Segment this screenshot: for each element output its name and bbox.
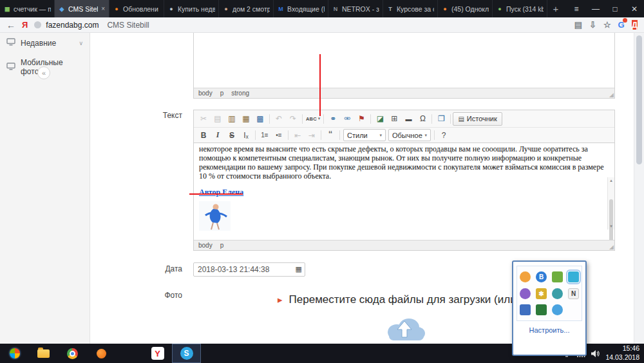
scroll-up-icon[interactable]: ▴	[608, 178, 614, 183]
new-tab-button[interactable]: +	[547, 0, 564, 17]
source-button[interactable]: ▤ Источник	[453, 112, 502, 126]
bookmark-star-icon[interactable]: ☆	[603, 20, 611, 30]
close-window-button[interactable]: ✕	[625, 0, 644, 17]
resize-grip-icon[interactable]: ◢	[609, 92, 614, 98]
table-button[interactable]: ⊞	[387, 112, 401, 125]
calendar-icon[interactable]: ▦	[296, 265, 302, 273]
paste-button[interactable]: ▥	[225, 112, 239, 125]
page-scrollbar-thumb[interactable]	[636, 35, 642, 164]
maximize-button[interactable]: ❐	[434, 112, 448, 125]
browser-tab[interactable]: Т Курсове за с	[383, 0, 438, 17]
browser-tab[interactable]: ● Пуск (314 kb	[493, 0, 547, 17]
browser-tab[interactable]: ● Купить недв	[164, 0, 219, 17]
file-explorer-button[interactable]	[29, 344, 58, 363]
page-scrollbar[interactable]	[634, 33, 644, 344]
maximize-window-button[interactable]: □	[605, 0, 625, 17]
tray-icon[interactable]	[520, 288, 531, 299]
toolbar-separator	[255, 130, 256, 140]
unlink-button[interactable]: ⚮	[340, 112, 354, 125]
tray-customize-link[interactable]: Настроить...	[513, 326, 585, 334]
taskbar-clock[interactable]: 15:46 14.03.2018	[605, 344, 639, 362]
tray-icon[interactable]	[520, 271, 531, 282]
url-box[interactable]: fazendabg.com CMS Sitebill	[34, 21, 149, 30]
browser-tab[interactable]: N NETROX - за	[328, 0, 383, 17]
image-button[interactable]: ◪	[373, 112, 387, 125]
browser-tab[interactable]: ▦ счетчик — п	[0, 0, 55, 17]
browser-tab[interactable]: ◆ CMS Sitebil ×	[55, 0, 109, 17]
browser-menu-icon[interactable]: ≡	[567, 0, 586, 17]
scrollbar-thumb[interactable]	[609, 199, 613, 240]
sidebar-collapse-button[interactable]: «	[37, 66, 50, 79]
download-icon[interactable]: ⇩	[589, 20, 596, 30]
bold-button[interactable]: B	[196, 129, 211, 142]
link-button[interactable]: ⚭	[326, 112, 340, 125]
yandex-logo-button[interactable]: Я	[22, 20, 28, 30]
numbered-list-button[interactable]: 1≡	[258, 129, 272, 142]
tray-icon[interactable]	[520, 304, 531, 315]
element-path-item[interactable]: strong	[231, 90, 249, 97]
copy-button[interactable]: ▤	[211, 112, 225, 125]
redo-button[interactable]: ↷	[286, 112, 300, 125]
tray-icon[interactable]	[552, 304, 563, 315]
browser-tab[interactable]: ● дом 2 смотр	[219, 0, 274, 17]
chrome-button[interactable]	[58, 344, 87, 363]
blockquote-button[interactable]: “	[323, 129, 337, 142]
toolbar-separator	[434, 130, 435, 140]
chrome-icon	[67, 348, 78, 359]
app-button-orange[interactable]	[87, 344, 116, 363]
tab-close-icon[interactable]: ×	[100, 5, 106, 12]
remove-format-button[interactable]: Iₓ	[239, 129, 253, 142]
tray-icon[interactable]: ✱	[536, 288, 547, 299]
scroll-down-icon[interactable]: ▾	[608, 224, 614, 229]
horizontal-rule-button[interactable]: ▬	[401, 112, 415, 125]
editor-scrollbar[interactable]: ▴ ▾	[607, 177, 614, 230]
element-path-item[interactable]: body	[198, 242, 213, 249]
paste-text-button[interactable]: ▦	[239, 112, 253, 125]
editor-content[interactable]: некоторое время вы выясните что есть скр…	[194, 144, 614, 240]
toolbar-separator	[370, 114, 371, 124]
tray-icon[interactable]	[552, 288, 563, 299]
date-input[interactable]	[193, 262, 305, 277]
extension-d-icon[interactable]: Д	[632, 20, 638, 30]
photo-field-label: Фото	[129, 291, 182, 300]
author-link[interactable]: Автор Елена	[199, 188, 243, 197]
panel-icon[interactable]: ▤	[574, 20, 582, 30]
tray-icon[interactable]	[568, 271, 579, 282]
element-path-item[interactable]: p	[220, 242, 224, 249]
editor-above[interactable]: bodypstrong ◢	[193, 32, 615, 99]
styles-dropdown[interactable]: Стили ▾	[343, 129, 386, 141]
paste-word-button[interactable]: ▩	[253, 112, 267, 125]
anchor-button[interactable]: ⚑	[354, 112, 368, 125]
start-button[interactable]	[0, 344, 29, 363]
yandex-browser-button[interactable]: Y	[143, 344, 172, 363]
tab-label: Входящие (Б	[287, 5, 325, 13]
tray-icon[interactable]: N	[568, 288, 579, 299]
italic-button[interactable]: I	[211, 129, 225, 142]
undo-button[interactable]: ↶	[272, 112, 286, 125]
extension-g-icon[interactable]: G	[618, 20, 625, 30]
browser-tab[interactable]: М Входящие (Б	[274, 0, 328, 17]
tray-icon[interactable]	[552, 271, 563, 282]
browser-tab[interactable]: ● (45) Однокл	[438, 0, 493, 17]
tray-icon[interactable]: B	[536, 271, 547, 282]
about-button[interactable]: ?	[437, 129, 451, 142]
resize-grip-icon[interactable]: ◢	[609, 244, 614, 250]
strike-button[interactable]: S	[225, 129, 239, 142]
inline-image[interactable]	[199, 201, 231, 231]
minimize-button[interactable]: —	[586, 0, 605, 17]
bullet-list-button[interactable]: •≡	[272, 129, 286, 142]
skype-button[interactable]: S	[172, 344, 201, 363]
clock-date: 14.03.2018	[605, 353, 639, 362]
indent-button[interactable]: ⇥	[305, 129, 319, 142]
sidebar-item-recent[interactable]: Недавние ∨	[0, 33, 90, 53]
special-char-button[interactable]: Ω	[415, 112, 430, 125]
back-button[interactable]: ←	[6, 20, 15, 30]
outdent-button[interactable]: ⇤	[290, 129, 305, 142]
browser-tab[interactable]: ● Обновлени	[109, 0, 164, 17]
tray-icon[interactable]	[536, 304, 547, 315]
volume-icon[interactable]	[591, 350, 600, 357]
element-path-item[interactable]: body	[198, 90, 213, 97]
cut-button[interactable]: ✂	[196, 112, 211, 125]
format-dropdown[interactable]: Обычное ▾	[388, 129, 431, 141]
element-path-item[interactable]: p	[220, 90, 224, 97]
